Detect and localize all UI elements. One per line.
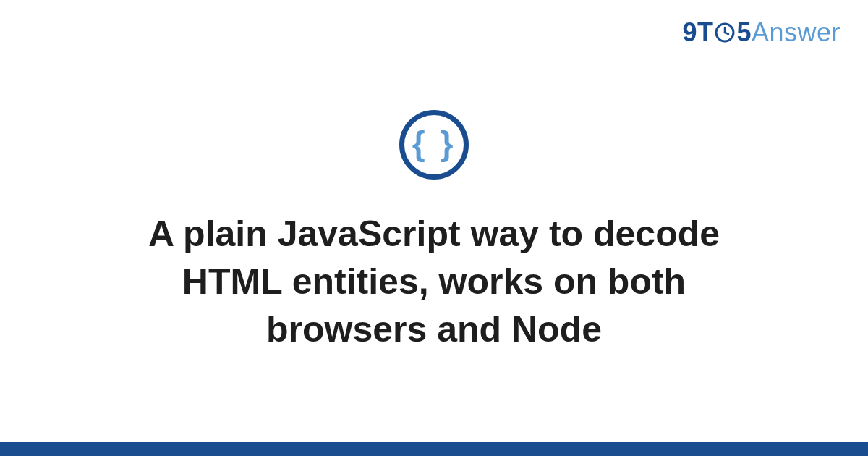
category-icon-circle: { }	[399, 110, 469, 180]
main-content: { } A plain JavaScript way to decode HTM…	[0, 0, 868, 456]
code-braces-icon: { }	[412, 127, 456, 160]
category-icon-wrapper: { }	[399, 110, 469, 180]
footer-accent-bar	[0, 442, 868, 456]
article-title: A plain JavaScript way to decode HTML en…	[72, 210, 796, 353]
